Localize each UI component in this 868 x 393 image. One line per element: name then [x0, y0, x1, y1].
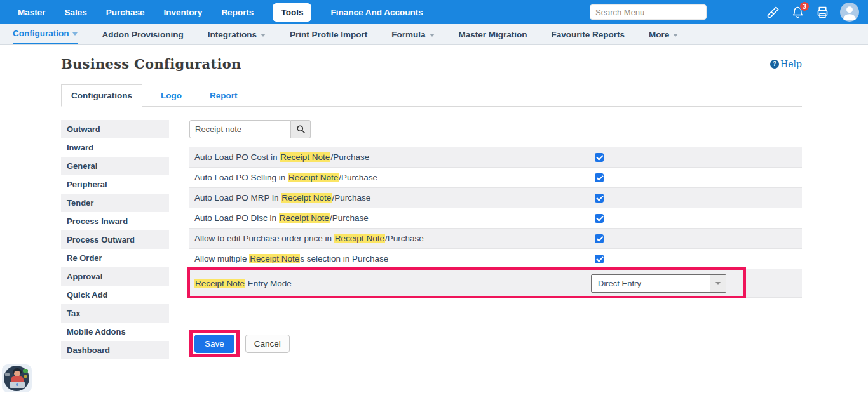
- menu-reports[interactable]: Reports: [221, 8, 254, 17]
- subnav-formula[interactable]: Formula: [391, 24, 434, 44]
- setting-label: Auto Load PO Selling in Receipt Note/Pur…: [194, 173, 377, 182]
- chevron-down-icon: [715, 282, 721, 285]
- subnav-formula-label: Formula: [391, 30, 425, 39]
- sidebar-item-inward[interactable]: Inward: [61, 138, 169, 157]
- top-icons-cluster: 3: [766, 0, 868, 24]
- subnav-addon-provisioning-label: Addon Provisioning: [102, 30, 183, 39]
- chat-bubble-icon: [23, 369, 28, 373]
- menu-tools[interactable]: Tools: [273, 3, 311, 22]
- annotation-save-box: Save: [189, 330, 240, 357]
- sidebar-item-process-outward[interactable]: Process Outward: [61, 230, 169, 249]
- chevron-down-icon: [261, 34, 266, 37]
- search-icon: [296, 124, 306, 134]
- setting-row-auto-load-po-disc: Auto Load PO Disc in Receipt Note/Purcha…: [189, 208, 802, 229]
- config-main: Auto Load PO Cost in Receipt Note/Purcha…: [189, 120, 802, 357]
- config-sidebar: Outward Inward General Peripheral Tender…: [61, 120, 169, 359]
- sidebar-item-re-order[interactable]: Re Order: [61, 249, 169, 267]
- sidebar-item-quick-add[interactable]: Quick Add: [61, 286, 169, 304]
- menu-sales[interactable]: Sales: [65, 8, 87, 17]
- subnav-more-label: More: [649, 30, 669, 39]
- sidebar-item-outward[interactable]: Outward: [61, 120, 169, 138]
- setting-row-auto-load-po-cost: Auto Load PO Cost in Receipt Note/Purcha…: [189, 147, 802, 168]
- tab-report[interactable]: Report: [200, 85, 247, 106]
- sidebar-item-peripheral[interactable]: Peripheral: [61, 175, 169, 194]
- setting-label: Auto Load PO Disc in Receipt Note/Purcha…: [194, 213, 369, 223]
- printer-icon[interactable]: [815, 5, 829, 19]
- subnav-configuration-label: Configuration: [13, 29, 69, 38]
- setting-label: Receipt Note Entry Mode: [194, 279, 292, 288]
- checkbox-checked[interactable]: [595, 255, 604, 263]
- subnav-configuration[interactable]: Configuration: [13, 24, 78, 44]
- notification-badge: 3: [799, 1, 810, 11]
- sidebar-item-approval[interactable]: Approval: [61, 267, 169, 286]
- chevron-down-icon: [430, 34, 435, 37]
- checkbox-checked[interactable]: [595, 173, 604, 182]
- entry-mode-dropdown[interactable]: Direct Entry: [591, 274, 726, 293]
- menu-inventory[interactable]: Inventory: [164, 8, 203, 17]
- question-circle-icon: ?: [770, 60, 779, 69]
- setting-label: Auto Load PO Cost in Receipt Note/Purcha…: [194, 152, 369, 162]
- search-button[interactable]: [291, 120, 311, 138]
- action-buttons: Save Cancel: [189, 330, 802, 357]
- sidebar-item-tender[interactable]: Tender: [61, 194, 169, 212]
- subnav-addon-provisioning[interactable]: Addon Provisioning: [102, 24, 183, 44]
- cancel-button[interactable]: Cancel: [245, 335, 290, 353]
- entry-mode-selected-value: Direct Entry: [592, 279, 710, 288]
- tab-configurations[interactable]: Configurations: [61, 84, 142, 107]
- config-settings-list: Auto Load PO Cost in Receipt Note/Purcha…: [189, 147, 802, 307]
- help-label: Help: [780, 59, 802, 69]
- help-link[interactable]: ? Help: [770, 59, 802, 69]
- sidebar-item-general[interactable]: General: [61, 157, 169, 175]
- top-menu: Master Sales Purchase Inventory Reports …: [18, 3, 423, 22]
- top-navigation-bar: Master Sales Purchase Inventory Reports …: [0, 0, 868, 24]
- search-menu-input[interactable]: [590, 4, 707, 20]
- chevron-down-icon: [72, 32, 78, 36]
- tab-logo[interactable]: Logo: [151, 85, 191, 106]
- checkbox-checked[interactable]: [595, 194, 604, 203]
- checkbox-checked[interactable]: [595, 234, 604, 243]
- checkbox-checked[interactable]: [595, 153, 604, 162]
- sidebar-item-tax[interactable]: Tax: [61, 304, 169, 323]
- support-chat-widget[interactable]: [2, 364, 32, 392]
- save-button[interactable]: Save: [194, 335, 234, 353]
- setting-row-allow-edit-po-price: Allow to edit Purchase order price in Re…: [189, 229, 802, 249]
- tab-bar: Configurations Logo Report: [61, 84, 802, 107]
- setting-label: Auto Load PO MRP in Receipt Note/Purchas…: [194, 193, 370, 203]
- setting-label: Allow multiple Receipt Notes selection i…: [194, 254, 388, 263]
- sidebar-item-mobile-addons[interactable]: Mobile Addons: [61, 323, 169, 341]
- setting-row-receipt-note-entry-mode: Receipt Note Entry Mode Direct Entry: [189, 269, 802, 298]
- menu-master[interactable]: Master: [18, 8, 46, 17]
- support-person-illustration: [14, 371, 20, 376]
- config-search-input[interactable]: [189, 120, 291, 138]
- setting-row-auto-load-po-mrp: Auto Load PO MRP in Receipt Note/Purchas…: [189, 188, 802, 208]
- dropdown-arrow-button[interactable]: [710, 275, 726, 292]
- chat-bubble-icon: [24, 375, 27, 378]
- subnav-print-profile-import-label: Print Profile Import: [290, 30, 367, 39]
- notifications-bell-icon[interactable]: 3: [790, 5, 804, 19]
- page-title: Business Configuration: [61, 56, 241, 72]
- user-avatar[interactable]: [840, 3, 859, 22]
- chevron-down-icon: [673, 34, 678, 37]
- setting-row-allow-multiple-receipt-notes: Allow multiple Receipt Notes selection i…: [189, 249, 802, 269]
- checkbox-checked[interactable]: [595, 214, 604, 223]
- setting-label: Allow to edit Purchase order price in Re…: [194, 234, 424, 243]
- menu-finance-and-accounts[interactable]: Finance And Accounts: [330, 8, 423, 17]
- subnav-integrations-label: Integrations: [208, 30, 257, 39]
- laptop-logo-dot: [16, 383, 18, 386]
- empty-row: [189, 298, 802, 307]
- chat-bubble-icon: [5, 373, 10, 376]
- subnav-favourite-reports-label: Favourite Reports: [552, 30, 625, 39]
- subnav-master-migration[interactable]: Master Migration: [459, 24, 527, 44]
- sidebar-item-process-inward[interactable]: Process Inward: [61, 212, 169, 230]
- sidebar-item-dashboard[interactable]: Dashboard: [61, 341, 169, 359]
- subnav-favourite-reports[interactable]: Favourite Reports: [552, 24, 625, 44]
- subnav-print-profile-import[interactable]: Print Profile Import: [290, 24, 367, 44]
- page-content: Business Configuration ? Help Configurat…: [0, 56, 868, 359]
- setting-row-auto-load-po-selling: Auto Load PO Selling in Receipt Note/Pur…: [189, 168, 802, 188]
- menu-purchase[interactable]: Purchase: [106, 8, 145, 17]
- theme-brush-icon[interactable]: [766, 5, 780, 19]
- subnav-master-migration-label: Master Migration: [459, 30, 527, 39]
- subnav-more[interactable]: More: [649, 24, 678, 44]
- subnav-integrations[interactable]: Integrations: [208, 24, 266, 44]
- sub-navigation-bar: Configuration Addon Provisioning Integra…: [0, 24, 868, 45]
